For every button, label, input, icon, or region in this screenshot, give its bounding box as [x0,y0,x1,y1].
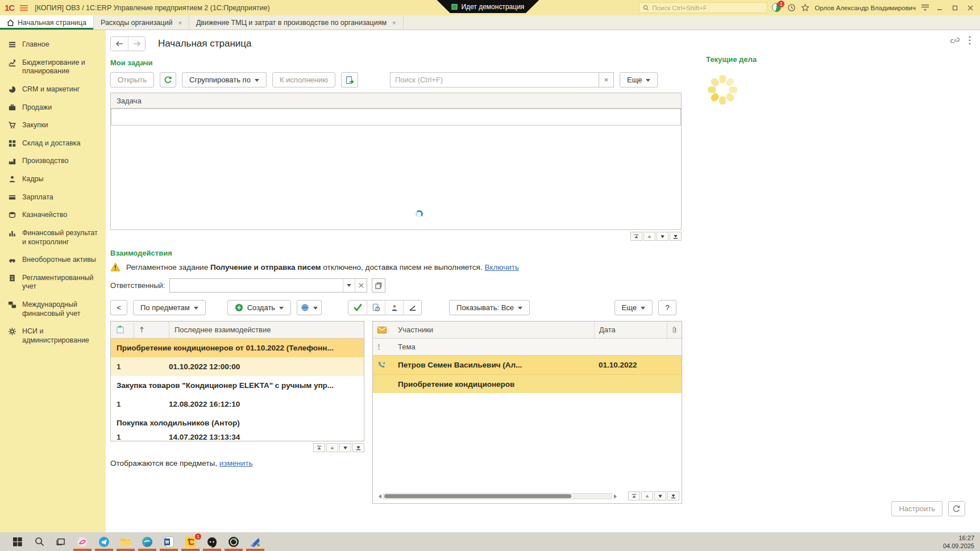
subject-detail-row[interactable]: 1 01.10.2022 12:00:00 [111,357,364,376]
subject-type-column[interactable] [111,322,134,338]
last-page-button[interactable] [670,232,682,241]
task-view-button[interactable] [50,532,72,551]
next-page-button[interactable] [657,232,668,241]
subject-row[interactable]: Закупка товаров "Кондиционер ELEKTA" с р… [111,376,364,395]
send-email-split-button[interactable] [297,300,322,315]
sidebar-item-warehouse[interactable]: Склад и доставка [0,135,106,153]
global-search[interactable] [639,2,767,13]
combo-dropdown-button[interactable] [343,279,355,292]
app-icon-chat[interactable] [201,532,223,551]
sidebar-item-treasury[interactable]: Казначейство [0,206,106,224]
topic-column[interactable]: Тема [393,339,682,355]
last-page-button[interactable] [352,443,364,452]
interactions-list[interactable]: Участники Дата Тема Петров Семен Василье… [372,321,682,504]
subject-detail-row[interactable]: 1 12.08.2022 16:12:10 [111,395,364,414]
tasks-empty-selected-row[interactable] [111,108,681,126]
start-button[interactable] [7,532,28,551]
favorites-star-icon[interactable] [801,3,809,12]
prev-page-button[interactable] [641,491,653,500]
scroll-right-icon[interactable] [614,494,619,499]
taskbar-clock[interactable]: 16:27 04.09.2025 [943,534,974,550]
sort-direction-button[interactable] [403,300,421,315]
tasks-search[interactable] [390,72,599,87]
next-page-button[interactable] [339,443,351,452]
next-page-button[interactable] [654,491,666,500]
prev-page-button[interactable] [643,232,655,241]
interaction-row[interactable]: Петров Семен Васильевич (Ал... 01.10.202… [373,356,682,374]
tab-tmc-movement[interactable]: Движение ТМЦ и затрат в производстве по … [189,15,404,30]
sidebar-item-crm[interactable]: CRM и маркетинг [0,81,106,99]
sidebar-item-assets[interactable]: Внеоборотные активы [0,251,106,269]
app-icon-word[interactable] [158,532,180,551]
participants-column[interactable]: Участники [393,322,594,338]
clear-search-button[interactable]: × [599,72,614,87]
tasks-more-button[interactable]: Еще [620,72,658,87]
app-icon-edge[interactable] [136,532,158,551]
app-icon-network[interactable] [244,532,266,551]
tasks-search-input[interactable] [395,76,594,84]
tab-expenses[interactable]: Расходы организаций × [94,15,189,30]
service-menu-icon[interactable] [921,4,929,11]
sidebar-item-nsi[interactable]: НСИ и администрирование [0,323,106,349]
app-icon-1c[interactable]: 1 [180,532,201,551]
configure-button[interactable]: Настроить [891,501,942,516]
app-icon-explorer[interactable] [115,532,136,551]
main-menu-icon[interactable] [20,5,28,11]
app-icon-paint[interactable] [72,532,93,551]
interaction-type-column[interactable] [373,322,393,338]
sidebar-item-finresult[interactable]: Финансовый результат и контроллинг [0,224,106,251]
sidebar-item-regulated[interactable]: Регламентированный учет [0,269,106,296]
restore-button[interactable] [950,3,960,12]
change-filter-link[interactable]: изменить [219,459,253,467]
last-interaction-column[interactable]: Последнее взаимодействие [169,322,364,338]
subject-row[interactable]: Приобретение кондиционеров от 01.10.2022… [111,339,364,357]
responsible-combo[interactable] [169,278,367,293]
tasks-table[interactable]: Задача [110,93,682,230]
show-filter-button[interactable]: Показывать: Все [449,300,530,315]
close-button[interactable] [965,3,975,12]
first-page-button[interactable] [630,232,642,241]
date-column[interactable]: Дата [594,322,667,338]
responsible-input[interactable] [170,279,343,292]
subject-row[interactable]: Покупка холодильников (Антор) [111,414,364,432]
subject-detail-row-clipped[interactable]: 1 14.07.2022 13:13:34 [111,432,364,441]
create-button[interactable]: Создать [227,300,291,315]
subjects-list[interactable]: Последнее взаимодействие Приобретение ко… [110,321,364,441]
attachment-column[interactable] [667,322,682,338]
sort-column[interactable] [134,322,169,338]
app-icon-browser[interactable] [223,532,244,551]
last-page-button[interactable] [667,491,679,500]
combo-clear-button[interactable] [355,279,367,292]
importance-column[interactable] [373,339,393,355]
to-execution-button[interactable]: К исполнению [272,72,335,87]
sidebar-item-international[interactable]: Международный финансовый учет [0,296,106,323]
enable-link[interactable]: Включить [484,263,519,272]
deferred-interactions-button[interactable] [367,300,385,315]
forward-task-button[interactable] [341,72,358,87]
open-responsible-button[interactable] [372,278,385,293]
forward-button[interactable] [128,37,145,51]
link-icon[interactable] [950,36,960,44]
by-subjects-button[interactable]: По предметам [133,300,206,315]
kebab-menu-icon[interactable] [969,36,971,45]
first-page-button[interactable] [628,491,640,500]
group-by-button[interactable]: Сгруппировать по [182,72,267,87]
responsible-filter-button[interactable] [385,300,403,315]
sidebar-item-hr[interactable]: Кадры [0,170,106,189]
scrollbar-thumb[interactable] [384,494,571,498]
scroll-left-icon[interactable] [376,494,381,499]
interaction-topic-row[interactable]: Приобретение кондиционеров [373,374,682,393]
app-icon-telegram[interactable] [93,532,115,551]
history-icon[interactable] [787,3,796,12]
tab-close-icon[interactable]: × [392,19,396,26]
minimize-button[interactable] [935,3,945,12]
refresh-current-affairs-button[interactable] [948,501,965,516]
help-button[interactable]: ? [658,300,676,315]
taskbar-search-button[interactable] [28,532,50,551]
sidebar-item-purchases[interactable]: Закупки [0,116,106,135]
back-button[interactable] [111,37,128,51]
global-search-input[interactable] [652,5,763,11]
mark-reviewed-button[interactable] [348,300,367,315]
tasks-column-header[interactable]: Задача [111,93,681,108]
prev-page-button[interactable] [326,443,338,452]
